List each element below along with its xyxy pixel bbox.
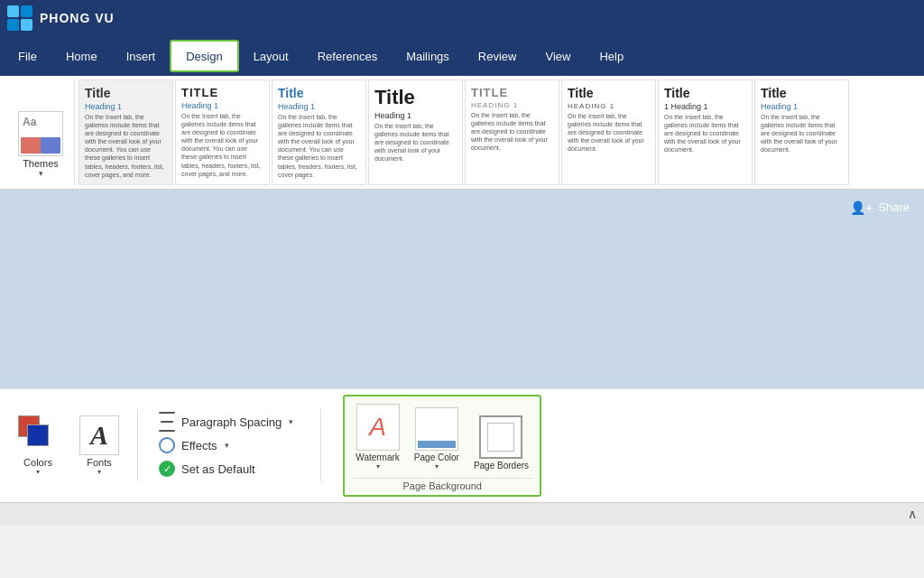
collapse-ribbon-button[interactable]: ∧ [908,507,917,521]
share-button[interactable]: 👤+ Share [843,197,917,219]
style-thumb-caps[interactable]: TITLE Heading 1 On the Insert tab, the g… [175,79,270,185]
style-heading: Heading 1 [761,102,843,111]
effects-arrow: ▾ [225,441,229,450]
style-thumb-numbered[interactable]: Title 1 Heading 1 On the Insert tab, the… [658,79,753,185]
themes-icon: Aa [18,111,63,156]
paragraph-spacing-icon [158,415,176,429]
style-heading: HEADING 1 [568,102,650,110]
colors-button[interactable]: Colors ▾ [14,412,61,480]
effects-label: Effects [181,439,217,452]
formatting-group: Paragraph Spacing ▾ Effects ▾ ✓ Set as D… [152,412,299,479]
watermark-icon: A [356,404,400,451]
page-borders-inner [487,423,514,452]
style-title: Title [568,86,650,100]
themes-button[interactable]: Aa Themes ▾ [14,107,67,182]
themes-section: Aa Themes ▾ [7,79,75,185]
logo-cell-4 [21,19,32,31]
style-thumb-caps2[interactable]: TITLE HEADING 1 On the Insert tab, the g… [465,79,559,185]
style-thumb-default[interactable]: Title Heading 1 On the Insert tab, the g… [79,79,173,185]
style-body: On the Insert tab, the galleries include… [761,113,843,154]
page-color-arrow: ▾ [435,462,439,471]
set-default-label: Set as Default [181,462,255,476]
ribbon-divider-1 [137,409,138,481]
themes-label: Themes [23,158,59,169]
menu-home[interactable]: Home [51,40,112,72]
watermark-letter: A [369,413,386,442]
style-heading: HEADING 1 [471,101,553,109]
effects-button[interactable]: Effects ▾ [152,435,299,455]
ribbon-divider-2 [320,409,321,481]
bottom-ribbon: Colors ▾ A Fonts ▾ Paragraph Spacing ▾ [0,388,924,502]
page-borders-button[interactable]: Page Borders [470,412,532,474]
paragraph-spacing-label: Paragraph Spacing [181,415,282,429]
logo-cell-2 [21,5,32,17]
page-background-group: A Watermark ▾ Page Color ▾ Page Border [343,395,541,497]
style-title: Title [374,86,457,109]
title-bar: PHONG VU [0,0,924,36]
watermark-button[interactable]: A Watermark ▾ [352,400,403,474]
main-content: 👤+ Share [0,190,924,388]
style-title: Title [761,86,843,100]
page-borders-label: Page Borders [474,461,529,471]
menu-layout[interactable]: Layout [239,40,303,72]
style-heading: Heading 1 [181,101,263,110]
style-title: TITLE [181,86,263,99]
set-default-icon: ✓ [158,461,176,476]
menu-file[interactable]: File [4,40,51,72]
style-heading: Heading 1 [278,102,360,111]
style-thumb-plain2[interactable]: Title HEADING 1 On the Insert tab, the g… [561,79,656,185]
menu-design[interactable]: Design [170,40,238,72]
colors-icon [18,415,58,455]
share-label: Share [878,200,910,214]
fonts-label: Fonts [87,457,112,468]
set-default-button[interactable]: ✓ Set as Default [152,459,299,479]
themes-arrow: ▾ [39,169,43,178]
style-title: TITLE [471,86,553,99]
paragraph-spacing-arrow: ▾ [289,417,293,426]
style-thumb-blue[interactable]: Title Heading 1 On the Insert tab, the g… [272,79,366,185]
style-body: On the Insert tab, the galleries include… [85,113,167,179]
logo-area: PHONG VU [7,5,115,31]
style-body: On the Insert tab, the galleries include… [568,112,650,153]
menu-view[interactable]: View [531,40,585,72]
style-body: On the Insert tab, the galleries include… [278,113,360,179]
style-thumb-large[interactable]: Title Heading 1 On the Insert tab, the g… [368,79,463,185]
menu-mailings[interactable]: Mailings [392,40,464,72]
page-color-bar [418,441,456,448]
colors-arrow: ▾ [36,468,40,476]
page-borders-icon [479,415,522,459]
menu-references[interactable]: References [303,40,392,72]
fonts-button[interactable]: A Fonts ▾ [76,412,123,480]
page-color-button[interactable]: Page Color ▾ [411,404,463,474]
menu-insert[interactable]: Insert [112,40,171,72]
menu-bar: File Home Insert Design Layout Reference… [0,36,924,76]
style-heading: Heading 1 [85,102,167,111]
logo-cell-3 [7,19,19,31]
menu-review[interactable]: Review [464,40,531,72]
style-heading: 1 Heading 1 [664,102,746,111]
page-background-buttons: A Watermark ▾ Page Color ▾ Page Border [352,400,532,474]
watermark-label: Watermark [356,452,400,462]
logo-text: PHONG VU [40,11,115,25]
colors-label: Colors [23,457,52,468]
page-color-label: Page Color [414,452,459,462]
logo-cell-1 [7,5,19,17]
share-icon: 👤+ [850,200,873,215]
style-body: On the Insert tab, the galleries include… [374,122,457,163]
page-background-label: Page Background [352,478,532,491]
style-body: On the Insert tab, the galleries include… [471,111,553,152]
style-body: On the Insert tab, the galleries include… [664,113,746,154]
watermark-arrow: ▾ [376,462,380,471]
menu-help[interactable]: Help [585,40,638,72]
status-bar: ∧ [0,502,924,526]
style-title: Title [664,86,746,100]
style-thumb-plain3[interactable]: Title Heading 1 On the Insert tab, the g… [754,79,849,185]
style-title: Title [278,86,360,100]
ribbon: Aa Themes ▾ Title Heading 1 On the Inser… [0,76,924,190]
style-heading: Heading 1 [374,111,457,120]
effects-icon [158,438,176,452]
fonts-arrow: ▾ [97,468,101,476]
logo-grid [7,5,32,31]
paragraph-spacing-button[interactable]: Paragraph Spacing ▾ [152,412,299,432]
style-body: On the Insert tab, the galleries include… [181,112,263,178]
